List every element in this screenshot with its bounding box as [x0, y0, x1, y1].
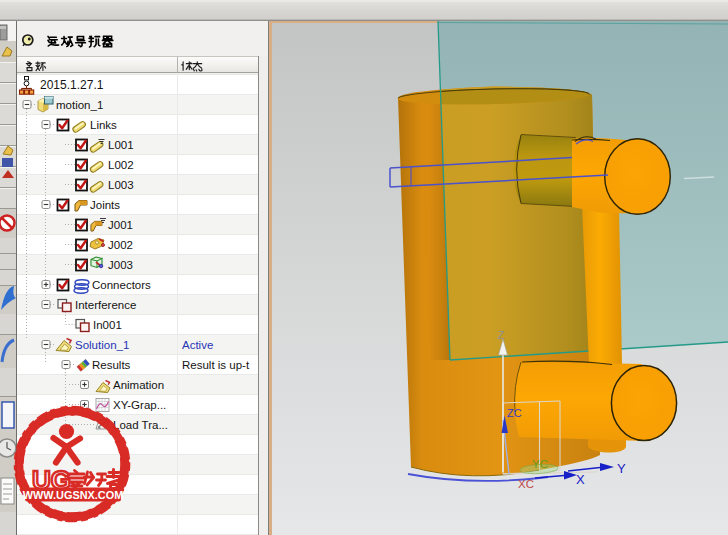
svg-text:Animation: Animation: [113, 379, 164, 391]
svg-text:Load Tra...: Load Tra...: [113, 419, 168, 431]
svg-text:YC: YC: [532, 458, 548, 470]
svg-text:L003: L003: [108, 179, 134, 191]
svg-text:2015.1.27.1: 2015.1.27.1: [40, 78, 104, 92]
svg-text:Joints: Joints: [90, 199, 120, 211]
svg-text:J003: J003: [108, 259, 133, 271]
svg-text:Z: Z: [497, 329, 504, 341]
svg-text:Results: Results: [92, 359, 131, 371]
svg-text:L001: L001: [108, 139, 134, 151]
svg-text:XY-Grap...: XY-Grap...: [113, 399, 166, 411]
svg-text:XC: XC: [518, 478, 534, 490]
svg-text:L002: L002: [108, 159, 134, 171]
svg-text:Connectors: Connectors: [92, 279, 151, 291]
svg-text:Links: Links: [90, 119, 117, 131]
svg-text:Solution_1: Solution_1: [75, 339, 129, 351]
svg-text:Interference: Interference: [75, 299, 136, 311]
svg-text:Result is up-t: Result is up-t: [182, 359, 250, 371]
svg-text:J001: J001: [108, 219, 133, 231]
svg-text:In001: In001: [93, 319, 122, 331]
svg-text:Y: Y: [617, 461, 626, 476]
svg-text:Active: Active: [182, 339, 213, 351]
svg-text:J002: J002: [108, 239, 133, 251]
svg-text:WWW.UGSNX.COM: WWW.UGSNX.COM: [23, 489, 123, 501]
svg-text:motion_1: motion_1: [56, 99, 103, 111]
svg-text:ZC: ZC: [507, 407, 522, 419]
svg-text:X: X: [576, 472, 585, 487]
